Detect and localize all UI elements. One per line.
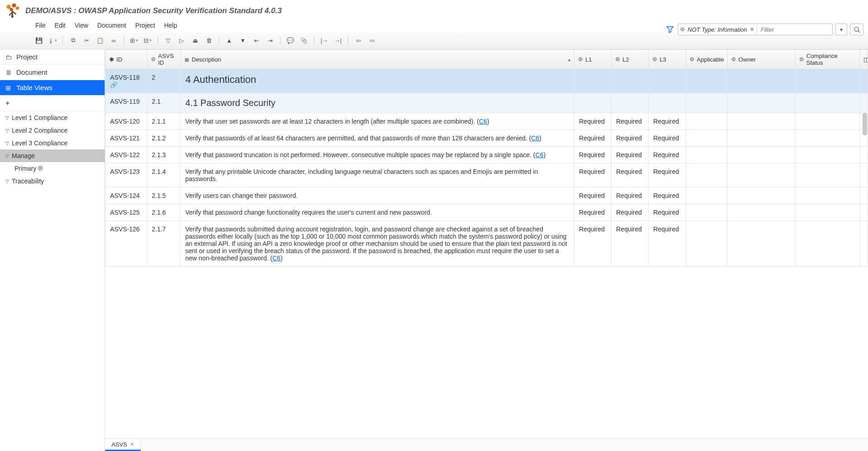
outdent-icon[interactable]: ⇤ [250,34,263,46]
col-description[interactable]: ≣ Description▴ [181,50,574,69]
paste-icon[interactable]: 📋 [94,34,106,46]
scrollbar-thumb[interactable] [863,113,867,135]
back-icon[interactable]: ⇦ [352,34,365,46]
tree-traceability[interactable]: ▽Traceability [0,175,105,187]
filter-icon[interactable] [665,24,675,34]
eject-icon[interactable]: ⏏ [189,34,202,46]
gear-icon: ⚙ [652,56,657,62]
link-icon[interactable]: ∞ [107,34,120,46]
col-l3[interactable]: ⚙L3 [649,50,686,69]
menu-help[interactable]: Help [164,22,177,29]
cell-owner [728,163,796,187]
filter-dropdown[interactable]: ▾ [835,24,847,35]
export-icon[interactable]: ⭳ [46,34,59,46]
attachment-icon[interactable]: 📎 [298,34,310,46]
cell-compliance [796,187,860,204]
table-row[interactable]: ASVS-1262.1.7Verify that passwords submi… [106,221,868,267]
cell-l1: Required [574,187,612,204]
col-l2[interactable]: ⚙L2 [612,50,649,69]
col-l1[interactable]: ⚙L1 [574,50,612,69]
up-icon[interactable]: ▲ [223,34,236,46]
tree-level2[interactable]: ▽Level 2 Compliance [0,124,105,137]
sidebar-add[interactable]: + [0,96,105,111]
remove-icon[interactable]: ⊟ [141,34,154,46]
cell-handle [860,204,868,221]
delete-icon[interactable]: 🗑 [203,34,215,46]
menu-view[interactable]: View [75,22,88,29]
table-row[interactable]: ASVS-1232.1.4Verify that any printable U… [106,163,868,187]
add-icon[interactable]: ⊞ [128,34,140,46]
cell-l3: Required [649,221,686,267]
comment-icon[interactable]: 💬 [284,34,297,46]
tree-manage[interactable]: ▽Manage [0,149,105,162]
sidebar-table-views[interactable]: ⊞Table Views [0,80,105,96]
col-columns-toggle[interactable]: ◫ [860,50,868,69]
reference-link[interactable]: C6 [272,254,280,262]
col-asvs-id[interactable]: ⚙ASVS ID [147,50,181,69]
table-row[interactable]: ASVS-1212.1.2Verify that passwords of at… [106,130,868,147]
table-row[interactable]: ASVS-1202.1.1Verify that user set passwo… [106,113,868,130]
cell-asvs: 2 [147,69,181,93]
down-icon[interactable]: ▼ [236,34,249,46]
cell-l2: Required [612,113,649,130]
table-row[interactable]: ASVS-1222.1.3Verify that password trunca… [106,147,868,163]
sidebar-project[interactable]: 🗀Project [0,49,105,65]
cell-owner [728,147,796,163]
forward-icon[interactable]: ⇨ [366,34,378,46]
col-id[interactable]: ✱ ID [106,50,147,69]
sidebar-document[interactable]: 🗎Document [0,65,105,80]
tree-primary[interactable]: Primary ® [0,162,105,175]
tree-level1[interactable]: ▽Level 1 Compliance [0,111,105,124]
cell-l3: Required [649,147,686,163]
cell-id: ASVS-118🔗 [106,69,147,93]
menu-file[interactable]: File [35,22,46,29]
play-icon[interactable]: ▷ [175,34,188,46]
goto-start-icon[interactable]: |→ [318,34,331,46]
menu-edit[interactable]: Edit [55,22,66,29]
reference-link[interactable]: C6 [531,134,539,142]
cell-asvs: 2.1.1 [147,113,181,130]
save-icon[interactable]: 💾 [33,34,45,46]
goto-end-icon[interactable]: →| [332,34,344,46]
cell-l1: Required [574,204,612,221]
copy-icon[interactable]: ⧉ [67,34,79,46]
cell-l3 [649,69,686,93]
col-owner[interactable]: ⚙Owner [728,50,796,69]
gear-icon: ⚙ [615,56,620,62]
table-row[interactable]: ASVS-1252.1.6Verify that password change… [106,204,868,221]
filter-input[interactable] [758,24,830,35]
cell-id: ASVS-119 [106,93,147,113]
table-row[interactable]: ASVS-1242.1.5Verify users can change the… [106,187,868,204]
cell-compliance [796,113,860,130]
indent-icon[interactable]: ⇥ [264,34,276,46]
cell-applicable [686,204,728,221]
filter-chip-remove[interactable]: ✕ [748,26,756,33]
cell-asvs: 2.1.6 [147,204,181,221]
menu-document[interactable]: Document [97,22,126,29]
cell-applicable [686,130,728,147]
filter-toggle-icon[interactable]: ▽ [162,34,174,46]
table-row[interactable]: ASVS-1192.14.1 Password Security [106,93,868,113]
cell-handle [860,163,868,187]
menu-project[interactable]: Project [135,22,155,29]
col-compliance[interactable]: ⚙Compliance Status [796,50,860,69]
cell-applicable [686,69,728,93]
cell-applicable [686,187,728,204]
cell-compliance [796,221,860,267]
table-row[interactable]: ASVS-118🔗24 Authentication [106,69,868,93]
search-button[interactable] [850,24,863,35]
tab-close-icon[interactable]: ✕ [130,441,134,447]
tab-asvs[interactable]: ASVS ✕ [105,439,141,451]
reference-link[interactable]: C6 [479,118,487,125]
reference-link[interactable]: C6 [535,151,544,158]
cell-id: ASVS-123 [106,163,147,187]
cell-handle [860,147,868,163]
cell-description: 4.1 Password Security [181,93,574,113]
cut-icon[interactable]: ✂ [80,34,93,46]
cell-applicable [686,221,728,267]
col-applicable[interactable]: ⚙Applicable [686,50,728,69]
cell-applicable [686,113,728,130]
tree-level3[interactable]: ▽Level 3 Compliance [0,137,105,149]
cell-id: ASVS-120 [106,113,147,130]
cell-l2: Required [612,163,649,187]
